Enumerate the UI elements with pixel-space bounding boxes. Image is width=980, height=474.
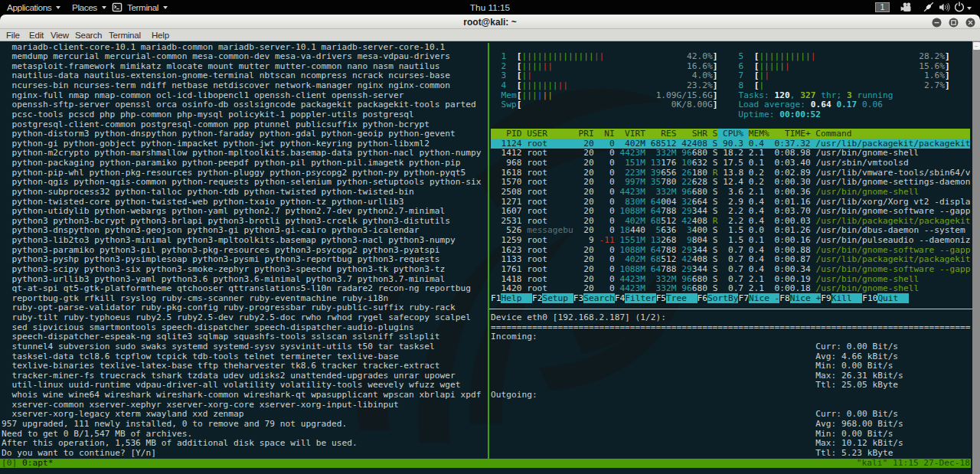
apt-package-line: qt-at-spi qt5-gtk-platformtheme qtchoose… bbox=[2, 284, 481, 294]
window-title: root@kali: ~ bbox=[0, 15, 980, 29]
htop-fkeys-row[interactable]: F1Help F2Setup F3SearchF4FilterF5Tree F6… bbox=[491, 294, 971, 304]
menu-search[interactable]: Search bbox=[75, 29, 102, 41]
apt-continue-prompt: Do you want to continue? [Y/n] bbox=[2, 449, 481, 459]
menu-help[interactable]: Help bbox=[152, 29, 169, 41]
apt-package-line: python-qgis python-qgis-common python-re… bbox=[2, 178, 481, 188]
menu-terminal[interactable]: Terminal bbox=[109, 29, 141, 41]
apt-package-line: stunnel4 subversion sudo swaks systemd s… bbox=[2, 342, 481, 352]
terminal-menubar: FileEditViewSearchTerminalHelp bbox=[0, 29, 980, 41]
apt-package-line: memdump mercurial mercurial-common mesa-… bbox=[2, 52, 481, 62]
terminal-window: root@kali: ~ FileEditViewSearchTerminalH… bbox=[0, 15, 980, 474]
scrollbar-thumb[interactable] bbox=[973, 42, 980, 51]
menu-view[interactable]: View bbox=[51, 29, 69, 41]
tmux-vertical-divider[interactable] bbox=[488, 43, 489, 459]
menu-edit[interactable]: Edit bbox=[29, 29, 44, 41]
nload-incoming-stat: Curr: 0.00 Bit/s bbox=[491, 342, 971, 352]
system-menu-caret-icon[interactable] bbox=[967, 7, 972, 10]
terminal-content[interactable]: mariadb-client-core-10.1 mariadb-common … bbox=[0, 41, 980, 474]
htop-header-row[interactable]: PID USER PRI NI VIRT RES SHR S CPU% MEM%… bbox=[491, 129, 971, 139]
apt-summary-line: After this operation, 1,536 MB of additi… bbox=[2, 439, 481, 449]
apt-package-line: python3-pyshp python3-pysimplesoap pytho… bbox=[2, 255, 481, 265]
tmux-host-time: "kali" 11:15 27-Dec-18 bbox=[857, 459, 970, 469]
htop-uptime-row: Uptime: 00:00:52 bbox=[491, 110, 971, 120]
nload-outgoing-stat: Curr: 0.00 Bit/s bbox=[491, 410, 971, 420]
apt-package-line: ruby-tilt ruby-typhoeus ruby2.5 ruby2.5-… bbox=[2, 313, 481, 323]
power-icon[interactable] bbox=[954, 2, 965, 12]
htop-process-row[interactable]: 1420 root 20 0 4423M 332M 96680 S 0.7 2.… bbox=[491, 284, 971, 294]
apt-package-line: pcsc-tools pcscd php php-common php-mysq… bbox=[2, 110, 481, 120]
htop-process-row[interactable]: 968 root 20 0 151M 13176 10632 S 17.5 0.… bbox=[491, 159, 971, 168]
network-connector-icon[interactable] bbox=[923, 2, 934, 12]
nload-incoming-stat: Ttl: 25.05 kByte bbox=[491, 381, 971, 391]
nload-outgoing-stat: Avg: 968.00 Bit/s bbox=[491, 420, 971, 430]
nload-incoming-stat: Min: 0.00 Bit/s bbox=[491, 361, 971, 371]
apt-pane[interactable]: mariadb-client-core-10.1 mariadb-common … bbox=[2, 43, 481, 459]
gnome-top-bar: Applications Places Terminal bbox=[0, 0, 980, 15]
apt-package-line: openssh-sftp-server openssl orca osinfo-… bbox=[2, 100, 481, 110]
apt-package-line: python-subprocess32 python-talloc python… bbox=[2, 188, 481, 198]
screencast-camera-icon[interactable] bbox=[900, 2, 912, 12]
apt-package-line: python-distorm3 python-dnspython python-… bbox=[2, 129, 481, 139]
apt-package-line: python3-lib2to3 python3-minimal python3-… bbox=[2, 236, 481, 246]
apt-package-line: python3-scipy python3-six python3-smoke-… bbox=[2, 265, 481, 275]
kali-desktop: Applications Places Terminal bbox=[0, 0, 980, 474]
htop-cpu-meter-row: 1 [|||||||||||||||| 42.0%] 5 [||||||||||… bbox=[491, 52, 971, 62]
apt-package-line: xserver-xorg-legacy xterm xwayland xxd z… bbox=[2, 410, 481, 420]
apt-package-line: speech-dispatcher-espeak-ng sqlite3 sqlm… bbox=[2, 332, 481, 342]
htop-nload-pane[interactable]: 1 [|||||||||||||||| 42.0%] 5 [||||||||||… bbox=[491, 43, 971, 459]
nload-incoming-title: Incoming: bbox=[491, 332, 971, 342]
apt-package-line: python-packaging python-paramiko python-… bbox=[2, 159, 481, 168]
nload-outgoing-stat: Ttl: 5.23 kByte bbox=[491, 449, 971, 459]
apt-package-line: ncurses-bin ncurses-term ndiff netbase n… bbox=[2, 81, 481, 91]
apt-package-line: python-utidylib python-webargs python-ya… bbox=[2, 207, 481, 217]
volume-icon[interactable] bbox=[939, 2, 950, 12]
apt-summary-line: 957 upgraded, 111 newly installed, 0 to … bbox=[2, 420, 481, 430]
menu-file[interactable]: File bbox=[6, 29, 20, 41]
htop-cpu-meter-row: 4 [||||||||| 23.2%] 8 [| 2.7%] bbox=[491, 81, 971, 91]
htop-process-row[interactable]: 2508 root 20 0 4423M 332M 96680 S 3.6 2.… bbox=[491, 188, 971, 198]
tmux-status-bar: [0] 0:apt*"kali" 11:15 27-Dec-18 bbox=[0, 459, 971, 469]
nload-separator-row: ========================================… bbox=[491, 323, 971, 333]
htop-swp-load-row: Swp[ 0K/8.00G] Load average: 0.64 0.17 0… bbox=[491, 100, 971, 110]
tmux-session-window[interactable]: [0] 0:apt* bbox=[2, 459, 53, 469]
nload-outgoing-title: Outgoing: bbox=[491, 391, 971, 400]
titlebar[interactable]: root@kali: ~ bbox=[0, 15, 980, 29]
workspace-indicator[interactable]: 1 bbox=[875, 2, 890, 12]
apt-package-line: texlive-binaries texlive-latex-base tftp… bbox=[2, 361, 481, 371]
apt-package-line: whois wine wine64 wireshark wireshark-co… bbox=[2, 391, 481, 400]
tmux-horizontal-divider[interactable] bbox=[489, 309, 972, 309]
nload-device-row: Device eth0 [192.168.2.187] (1/2): bbox=[491, 313, 971, 323]
nload-outgoing-stat: Max: 10.12 kBit/s bbox=[491, 439, 971, 449]
terminal-scrollbar[interactable] bbox=[972, 41, 980, 474]
